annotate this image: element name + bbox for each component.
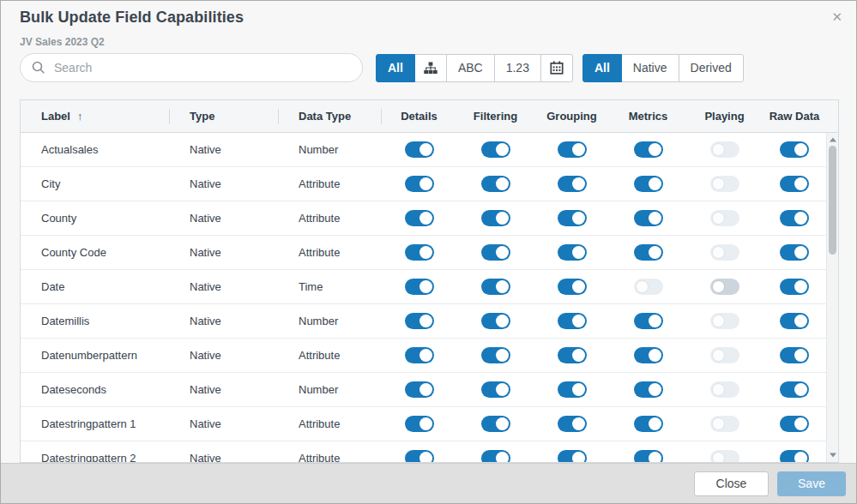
toggle-filtering[interactable] — [481, 210, 510, 226]
toggle-filtering[interactable] — [481, 279, 510, 295]
save-button[interactable]: Save — [777, 471, 846, 496]
scrollbar-thumb[interactable] — [829, 146, 836, 255]
cell-metrics — [610, 347, 686, 363]
toggle-grouping[interactable] — [558, 176, 587, 192]
toggle-raw-data[interactable] — [780, 141, 809, 158]
toggle-details[interactable] — [405, 176, 434, 192]
toggle-grouping[interactable] — [558, 141, 587, 158]
filter-derived-button[interactable]: Derived — [679, 54, 744, 82]
toggle-knob — [794, 177, 807, 190]
toggle-metrics[interactable] — [634, 176, 663, 192]
toggle-knob — [712, 246, 725, 259]
cell-playing — [686, 279, 763, 295]
toggle-metrics[interactable] — [634, 244, 663, 261]
toggle-metrics[interactable] — [634, 416, 663, 432]
filter-native-button[interactable]: Native — [621, 54, 679, 82]
cell-raw-data — [763, 450, 826, 462]
toggle-filtering[interactable] — [481, 450, 510, 462]
close-button[interactable]: Close — [694, 471, 769, 496]
toggle-details[interactable] — [405, 141, 434, 158]
toggle-raw-data[interactable] — [780, 347, 809, 363]
toggle-details[interactable] — [405, 279, 434, 295]
toggle-knob — [496, 280, 509, 293]
toggle-playing[interactable] — [710, 279, 739, 295]
cell-label: Datestringpattern 1 — [21, 417, 169, 430]
cell-filtering — [457, 141, 534, 158]
toggle-knob — [572, 383, 585, 396]
toggle-raw-data[interactable] — [780, 381, 809, 398]
toggle-details[interactable] — [405, 347, 434, 363]
toggle-grouping[interactable] — [558, 416, 587, 432]
toggle-details[interactable] — [405, 244, 434, 261]
toggle-grouping[interactable] — [558, 244, 587, 261]
toggle-filtering[interactable] — [481, 381, 510, 398]
toggle-filtering[interactable] — [481, 347, 510, 363]
cell-details — [381, 176, 457, 192]
toggle-raw-data[interactable] — [780, 313, 809, 329]
filter-date-button[interactable] — [540, 54, 573, 82]
toggle-details[interactable] — [405, 381, 434, 398]
cell-data-type: Time — [278, 280, 381, 293]
toggle-raw-data[interactable] — [780, 416, 809, 432]
table-scrollbar[interactable] — [826, 133, 838, 462]
toggle-metrics[interactable] — [634, 313, 663, 329]
toggle-knob — [794, 349, 807, 362]
toggle-grouping[interactable] — [558, 450, 587, 462]
toggle-playing — [710, 141, 739, 158]
toggle-knob — [419, 417, 432, 430]
toggle-metrics[interactable] — [634, 347, 663, 363]
toggle-filtering[interactable] — [481, 416, 510, 432]
filter-hierarchy-button[interactable] — [414, 54, 447, 82]
filter-all-origins-button[interactable]: All — [582, 54, 622, 82]
cell-grouping — [534, 416, 610, 432]
cell-raw-data — [763, 416, 826, 432]
toggle-raw-data[interactable] — [780, 244, 809, 261]
toggle-metrics[interactable] — [634, 381, 663, 398]
cell-type: Native — [169, 383, 278, 396]
cell-grouping — [534, 279, 610, 295]
toggle-details[interactable] — [405, 210, 434, 226]
toggle-filtering[interactable] — [481, 244, 510, 261]
toggle-grouping[interactable] — [558, 313, 587, 329]
cell-playing — [686, 176, 763, 192]
toggle-details[interactable] — [405, 450, 434, 462]
toggle-raw-data[interactable] — [780, 279, 809, 295]
toggle-grouping[interactable] — [558, 381, 587, 398]
toggle-metrics[interactable] — [634, 210, 663, 226]
cell-raw-data — [763, 210, 826, 226]
toggle-raw-data[interactable] — [780, 450, 809, 462]
filter-all-types-button[interactable]: All — [376, 54, 415, 82]
toggle-grouping[interactable] — [558, 210, 587, 226]
toggle-grouping[interactable] — [558, 347, 587, 363]
cell-type: Native — [169, 280, 278, 293]
scrollbar-up-button[interactable] — [827, 134, 838, 146]
toggle-filtering[interactable] — [481, 176, 510, 192]
toggle-details[interactable] — [405, 416, 434, 432]
toggle-raw-data[interactable] — [780, 176, 809, 192]
toggle-filtering[interactable] — [481, 141, 510, 158]
toggle-playing — [710, 313, 739, 329]
search-input[interactable] — [54, 61, 352, 75]
toggle-knob — [794, 315, 807, 327]
toggle-raw-data[interactable] — [780, 210, 809, 226]
toggle-metrics[interactable] — [634, 450, 663, 462]
table-row: Datestringpattern 1NativeAttribute — [21, 407, 826, 441]
filter-button-label: 1.23 — [506, 61, 529, 75]
toggle-knob — [419, 315, 432, 327]
column-header-label[interactable]: Label↑ — [21, 110, 169, 123]
close-icon[interactable]: ✕ — [831, 10, 842, 23]
scrollbar-down-button[interactable] — [827, 449, 838, 461]
toggle-filtering[interactable] — [481, 313, 510, 329]
cell-playing — [686, 347, 763, 363]
filter-attribute-button[interactable]: ABC — [446, 54, 495, 82]
cell-metrics — [610, 313, 686, 329]
toggle-knob — [794, 280, 807, 293]
filter-button-label: ABC — [458, 61, 483, 75]
toggle-details[interactable] — [405, 313, 434, 329]
toggle-grouping[interactable] — [558, 279, 587, 295]
filter-number-button[interactable]: 1.23 — [494, 54, 541, 82]
toggle-knob — [649, 143, 661, 156]
cell-raw-data — [763, 347, 826, 363]
column-header-filtering: Filtering — [457, 110, 534, 123]
toggle-metrics[interactable] — [634, 141, 663, 158]
